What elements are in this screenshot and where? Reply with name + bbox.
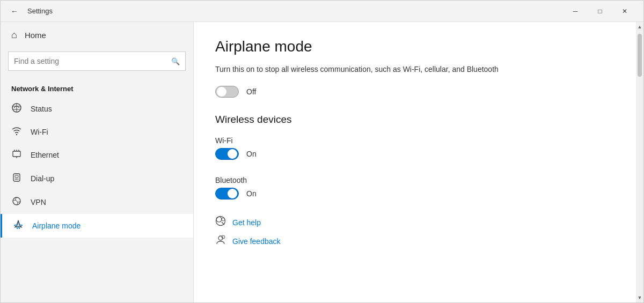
- vpn-icon: [11, 196, 22, 208]
- home-icon: ⌂: [11, 29, 17, 41]
- wifi-device-label: Wi-Fi: [215, 136, 622, 145]
- main-content: ⌂ Home 🔍 Network & Internet: [1, 22, 643, 302]
- give-feedback-text[interactable]: Give feedback: [232, 237, 281, 246]
- minimize-icon: ─: [573, 8, 578, 15]
- search-container: 🔍: [1, 48, 193, 78]
- svg-point-9: [15, 179, 16, 180]
- wifi-toggle-row: On: [215, 148, 622, 160]
- status-icon: [11, 103, 22, 115]
- wifi-toggle-label: On: [246, 150, 257, 158]
- sidebar-item-vpn[interactable]: VPN: [1, 190, 193, 214]
- sidebar-item-dialup[interactable]: Dial-up: [1, 167, 193, 190]
- window-title: Settings: [27, 7, 53, 15]
- svg-point-15: [222, 218, 225, 221]
- sidebar-section-label: Network & Internet: [1, 78, 193, 97]
- airplane-toggle-label: Off: [246, 87, 256, 96]
- sidebar-label-airplane: Airplane mode: [32, 221, 80, 230]
- wireless-devices-section: Wi-Fi On Bluetooth On: [215, 136, 622, 199]
- svg-point-11: [18, 179, 19, 180]
- scroll-up-button[interactable]: ▲: [636, 22, 643, 32]
- minimize-button[interactable]: ─: [563, 1, 588, 22]
- sidebar-label-vpn: VPN: [31, 198, 46, 206]
- page-title: Airplane mode: [215, 38, 622, 55]
- airplane-toggle[interactable]: [215, 86, 239, 98]
- svg-rect-8: [15, 175, 18, 178]
- settings-window: ← Settings ─ □ ✕ ⌂ Home 🔍: [0, 0, 644, 303]
- back-button[interactable]: ←: [7, 4, 22, 19]
- svg-rect-2: [13, 151, 20, 157]
- wifi-toggle[interactable]: [215, 148, 239, 160]
- get-help-link[interactable]: Get help: [215, 216, 622, 229]
- bluetooth-item: Bluetooth On: [215, 176, 622, 199]
- get-help-icon: [215, 216, 226, 229]
- sidebar-item-ethernet[interactable]: Ethernet: [1, 143, 193, 167]
- close-button[interactable]: ✕: [612, 1, 637, 22]
- sidebar-item-status[interactable]: Status: [1, 97, 193, 121]
- back-icon: ←: [11, 7, 18, 16]
- svg-point-10: [16, 179, 17, 180]
- airplane-nav-icon: [13, 220, 24, 232]
- wireless-section-title: Wireless devices: [215, 114, 622, 125]
- bluetooth-toggle[interactable]: [215, 188, 239, 199]
- svg-point-1: [16, 134, 17, 135]
- wifi-icon: [11, 127, 22, 137]
- sidebar-item-airplane[interactable]: Airplane mode: [1, 214, 193, 238]
- bluetooth-toggle-thumb: [228, 189, 237, 198]
- give-feedback-link[interactable]: Give feedback: [215, 234, 622, 248]
- wifi-item: Wi-Fi On: [215, 136, 622, 160]
- sidebar-home[interactable]: ⌂ Home: [1, 22, 193, 48]
- window-controls: ─ □ ✕: [563, 1, 637, 22]
- ethernet-icon: [11, 149, 22, 161]
- sidebar-item-wifi[interactable]: Wi-Fi: [1, 121, 193, 143]
- maximize-icon: □: [598, 8, 602, 15]
- search-box[interactable]: 🔍: [8, 51, 186, 71]
- home-label: Home: [25, 31, 46, 40]
- bluetooth-device-label: Bluetooth: [215, 176, 622, 184]
- svg-point-14: [216, 217, 222, 222]
- scrollbar[interactable]: ▲ ▼: [636, 22, 643, 302]
- wifi-toggle-thumb: [228, 149, 237, 159]
- sidebar-label-dialup: Dial-up: [31, 174, 54, 183]
- dialup-icon: [11, 173, 22, 184]
- help-section: Get help Give feedback: [215, 216, 622, 248]
- search-input[interactable]: [14, 57, 167, 65]
- maximize-button[interactable]: □: [588, 1, 612, 22]
- airplane-toggle-thumb: [217, 87, 226, 97]
- sidebar-label-wifi: Wi-Fi: [31, 128, 48, 136]
- scroll-down-button[interactable]: ▼: [636, 293, 643, 302]
- bluetooth-toggle-label: On: [246, 189, 257, 198]
- settings-panel: Airplane mode Turn this on to stop all w…: [194, 22, 643, 302]
- airplane-toggle-row: Off: [215, 86, 622, 98]
- sidebar-label-status: Status: [31, 105, 52, 113]
- sidebar: ⌂ Home 🔍 Network & Internet: [1, 22, 194, 302]
- titlebar: ← Settings ─ □ ✕: [1, 1, 643, 22]
- search-icon: 🔍: [171, 57, 180, 65]
- page-description: Turn this on to stop all wireless commun…: [215, 64, 537, 75]
- get-help-text[interactable]: Get help: [232, 218, 261, 227]
- give-feedback-icon: [215, 234, 226, 248]
- sidebar-label-ethernet: Ethernet: [31, 151, 59, 159]
- close-icon: ✕: [622, 8, 627, 15]
- scroll-thumb[interactable]: [638, 34, 642, 77]
- bluetooth-toggle-row: On: [215, 188, 622, 199]
